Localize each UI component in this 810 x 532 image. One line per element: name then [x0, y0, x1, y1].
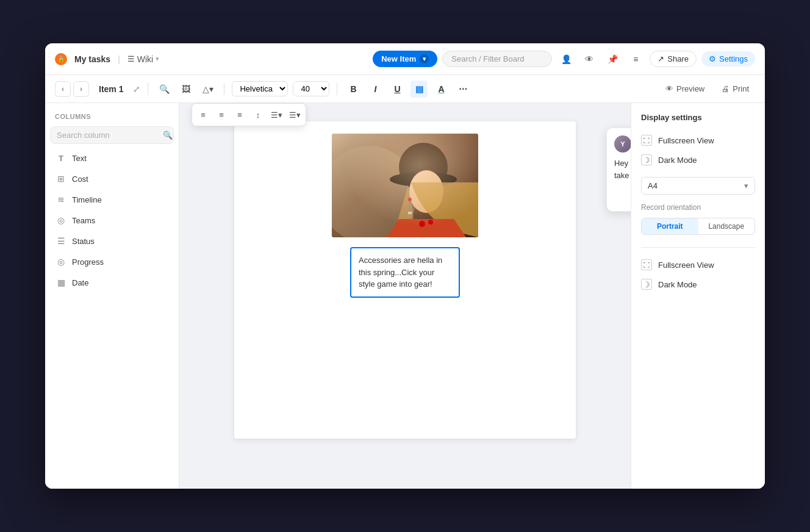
new-item-button[interactable]: New Item ▾	[373, 51, 437, 67]
toolbar: ‹ › Item 1 ⤢ 🔍 🖼 △▾ Helvetica 40 B I U ▤…	[45, 75, 765, 103]
share-button[interactable]: ↗ Share	[650, 51, 697, 67]
align-right-button[interactable]: ≡	[231, 106, 248, 123]
image-icon-button[interactable]: 🖼	[177, 81, 195, 98]
new-item-label: New Item	[381, 54, 416, 63]
dark-mode-item-2[interactable]: ☽ Dark Mode	[641, 275, 755, 294]
wiki-label: Wiki	[137, 54, 153, 64]
indent-button[interactable]: ☰▾	[286, 106, 303, 123]
comment-user: Y Yoav	[614, 135, 631, 153]
italic-button[interactable]: I	[367, 81, 384, 98]
svg-rect-7	[408, 212, 412, 214]
avatar: Y	[614, 135, 631, 153]
portrait-button[interactable]: Portrait	[642, 218, 698, 234]
new-item-arrow: ▾	[420, 54, 429, 63]
next-item-button[interactable]: ›	[73, 81, 89, 97]
settings-label: Settings	[719, 54, 748, 63]
align-center-button[interactable]: ≡	[213, 106, 230, 123]
sidebar-item-text[interactable]: T Text	[50, 149, 174, 168]
sidebar-item-status[interactable]: ☰ Status	[50, 231, 174, 251]
page-size-value: A4	[648, 181, 658, 190]
share-label: Share	[667, 54, 689, 63]
size-select[interactable]: 40	[293, 81, 329, 96]
svg-point-9	[428, 220, 433, 225]
toolbar-sep-3	[337, 83, 337, 95]
zoom-icon-button[interactable]: 🔍	[156, 81, 173, 98]
wiki-icon: ☰	[127, 54, 135, 63]
main-content: Columns 🔍 T Text ⊞ Cost ≋ Timeline ◎ Tea…	[45, 103, 765, 489]
app-window: 🔒 My tasks | ☰ Wiki ▾ New Item ▾ Search …	[45, 43, 765, 489]
teams-icon: ◎	[56, 215, 66, 225]
text-icon: T	[56, 154, 66, 163]
wiki-nav[interactable]: ☰ Wiki ▾	[127, 54, 159, 64]
editor-textbox[interactable]: Accessories are hella in this spring...C…	[350, 247, 460, 298]
page-size-dropdown[interactable]: A4 ▾	[641, 177, 755, 195]
preview-button[interactable]: 👁 Preview	[659, 82, 711, 96]
date-icon: ▦	[56, 278, 66, 287]
highlight-button[interactable]: ▤	[410, 81, 428, 98]
svg-rect-0	[332, 134, 478, 237]
expand-icon[interactable]: ⤢	[133, 84, 140, 94]
search-bar[interactable]: Search / Filter Board	[442, 51, 552, 67]
sidebar-item-date[interactable]: ▦ Date	[50, 273, 174, 292]
orientation-label: Record orientation	[641, 203, 755, 212]
underline-button[interactable]: U	[389, 81, 406, 98]
panel-divider	[641, 247, 755, 248]
print-icon: 🖨	[722, 84, 729, 93]
font-select[interactable]: Helvetica	[232, 81, 288, 96]
more-format-button[interactable]: ⋯	[454, 81, 471, 98]
sidebar: Columns 🔍 T Text ⊞ Cost ≋ Timeline ◎ Tea…	[45, 103, 179, 489]
color-button[interactable]: A	[432, 81, 450, 98]
text-label: Text	[72, 154, 87, 163]
settings-button[interactable]: ⚙ Settings	[701, 51, 755, 66]
align-left-button[interactable]: ≡	[195, 106, 212, 123]
user-icon-button[interactable]: 👤	[557, 50, 575, 68]
comment-header: Y Yoav ✕	[614, 135, 631, 153]
item-title: Item 1	[99, 84, 123, 94]
editor-text: Accessories are hella in this spring...C…	[359, 256, 442, 289]
prev-item-button[interactable]: ‹	[55, 81, 71, 97]
status-label: Status	[72, 237, 95, 246]
eye-icon-button[interactable]: 👁	[580, 50, 598, 68]
svg-point-5	[408, 198, 412, 201]
shape-icon-button[interactable]: △▾	[199, 81, 217, 98]
comment-text-before: Hey	[614, 159, 631, 168]
top-nav-center: New Item ▾ Search / Filter Board	[373, 51, 552, 67]
sidebar-search[interactable]: 🔍	[50, 126, 174, 144]
columns-label: Columns	[50, 113, 174, 120]
sidebar-item-teams[interactable]: ◎ Teams	[50, 210, 174, 230]
fullscreen-view-item[interactable]: ⛶ Fullscreen View	[641, 131, 755, 150]
editor-area[interactable]: 📍	[179, 103, 631, 489]
top-nav-right: 👤 👁 📌 ≡ ↗ Share ⚙ Settings	[557, 50, 755, 68]
preview-icon: 👁	[665, 84, 673, 93]
landscape-button[interactable]: Landscape	[698, 218, 755, 234]
top-nav-left: 🔒 My tasks | ☰ Wiki ▾	[55, 53, 368, 65]
panel-title: Display settings	[641, 113, 755, 122]
search-column-input[interactable]	[57, 131, 159, 140]
print-label: Print	[733, 84, 749, 93]
progress-label: Progress	[72, 257, 104, 267]
print-button[interactable]: 🖨 Print	[715, 82, 755, 96]
filter-icon-button[interactable]: ≡	[626, 50, 645, 68]
svg-point-2	[399, 143, 448, 192]
status-icon: ☰	[56, 236, 66, 246]
bold-button[interactable]: B	[345, 81, 362, 98]
fullscreen-label-2: Fullscreen View	[658, 261, 714, 270]
sidebar-item-progress[interactable]: ◎ Progress	[50, 252, 174, 271]
dark-mode-item[interactable]: ☽ Dark Mode	[641, 150, 755, 170]
orientation-buttons: Portrait Landscape	[641, 218, 755, 235]
fullscreen-view-item-2[interactable]: ⛶ Fullscreen View	[641, 255, 755, 275]
sidebar-item-timeline[interactable]: ≋ Timeline	[50, 190, 174, 209]
svg-point-3	[390, 172, 457, 187]
line-height-button[interactable]: ↕	[249, 106, 267, 123]
toolbar-sep-1	[148, 83, 148, 95]
spacer	[641, 170, 755, 177]
svg-rect-6	[409, 201, 410, 212]
sidebar-item-cost[interactable]: ⊞ Cost	[50, 169, 174, 189]
search-icon: 🔍	[163, 131, 173, 140]
comment-text: Hey @Dana Shalev, do you want to take a …	[614, 157, 631, 181]
list-button[interactable]: ☰▾	[268, 106, 285, 123]
preview-label: Preview	[676, 84, 704, 93]
cost-icon: ⊞	[56, 174, 66, 184]
pin-icon-button[interactable]: 📌	[603, 50, 622, 68]
settings-icon: ⚙	[709, 54, 716, 63]
